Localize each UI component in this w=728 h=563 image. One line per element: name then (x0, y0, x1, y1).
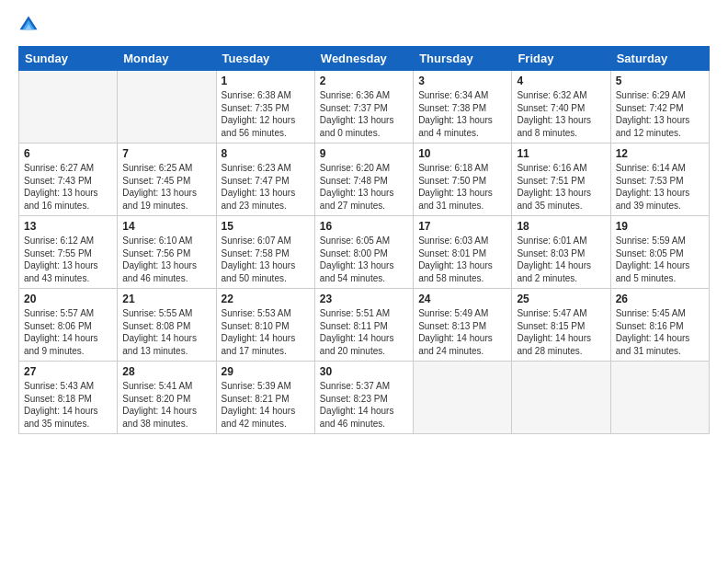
day-info: Sunrise: 5:39 AM Sunset: 8:21 PM Dayligh… (222, 380, 310, 430)
day-number: 16 (320, 220, 408, 233)
day-number: 28 (122, 365, 210, 378)
calendar-cell (414, 362, 512, 434)
day-number: 13 (24, 220, 112, 233)
day-number: 6 (24, 147, 112, 160)
day-number: 8 (222, 147, 310, 160)
calendar-cell: 28Sunrise: 5:41 AM Sunset: 8:20 PM Dayli… (118, 362, 216, 434)
calendar-week-row: 6Sunrise: 6:27 AM Sunset: 7:43 PM Daylig… (19, 144, 710, 216)
calendar-cell: 2Sunrise: 6:36 AM Sunset: 7:37 PM Daylig… (314, 71, 413, 144)
day-info: Sunrise: 6:34 AM Sunset: 7:38 PM Dayligh… (418, 89, 506, 139)
calendar-cell: 15Sunrise: 6:07 AM Sunset: 7:58 PM Dayli… (216, 216, 314, 289)
day-info: Sunrise: 6:03 AM Sunset: 8:01 PM Dayligh… (418, 235, 506, 284)
day-number: 17 (418, 220, 506, 233)
weekday-header: Monday (118, 47, 216, 71)
page: SundayMondayTuesdayWednesdayThursdayFrid… (0, 0, 728, 563)
calendar-week-row: 1Sunrise: 6:38 AM Sunset: 7:35 PM Daylig… (19, 71, 710, 144)
day-info: Sunrise: 6:38 AM Sunset: 7:35 PM Dayligh… (222, 89, 310, 139)
day-info: Sunrise: 5:47 AM Sunset: 8:15 PM Dayligh… (517, 307, 605, 357)
calendar-cell: 14Sunrise: 6:10 AM Sunset: 7:56 PM Dayli… (118, 216, 216, 289)
day-number: 10 (418, 147, 506, 160)
day-number: 20 (24, 293, 112, 305)
calendar-cell: 10Sunrise: 6:18 AM Sunset: 7:50 PM Dayli… (414, 144, 512, 216)
day-info: Sunrise: 6:29 AM Sunset: 7:42 PM Dayligh… (616, 89, 704, 139)
day-number: 24 (418, 293, 506, 305)
calendar-week-row: 27Sunrise: 5:43 AM Sunset: 8:18 PM Dayli… (19, 362, 710, 434)
day-info: Sunrise: 5:59 AM Sunset: 8:05 PM Dayligh… (616, 235, 704, 284)
day-info: Sunrise: 6:27 AM Sunset: 7:43 PM Dayligh… (24, 162, 112, 212)
calendar-cell: 27Sunrise: 5:43 AM Sunset: 8:18 PM Dayli… (19, 362, 118, 434)
day-number: 27 (24, 365, 112, 378)
calendar-cell: 1Sunrise: 6:38 AM Sunset: 7:35 PM Daylig… (216, 71, 314, 144)
day-info: Sunrise: 6:07 AM Sunset: 7:58 PM Dayligh… (222, 235, 310, 284)
day-number: 2 (320, 75, 408, 87)
day-info: Sunrise: 6:14 AM Sunset: 7:53 PM Dayligh… (616, 162, 704, 212)
day-number: 4 (517, 75, 605, 87)
day-info: Sunrise: 6:36 AM Sunset: 7:37 PM Dayligh… (320, 89, 408, 139)
calendar-cell: 9Sunrise: 6:20 AM Sunset: 7:48 PM Daylig… (314, 144, 413, 216)
calendar-cell: 4Sunrise: 6:32 AM Sunset: 7:40 PM Daylig… (512, 71, 610, 144)
day-info: Sunrise: 6:23 AM Sunset: 7:47 PM Dayligh… (222, 162, 310, 212)
calendar-cell (19, 71, 118, 144)
day-number: 26 (616, 293, 704, 305)
weekday-header: Tuesday (216, 47, 314, 71)
calendar-cell: 12Sunrise: 6:14 AM Sunset: 7:53 PM Dayli… (610, 144, 709, 216)
day-info: Sunrise: 5:41 AM Sunset: 8:20 PM Dayligh… (122, 380, 210, 430)
day-number: 18 (517, 220, 605, 233)
day-number: 9 (320, 147, 408, 160)
calendar-cell: 25Sunrise: 5:47 AM Sunset: 8:15 PM Dayli… (512, 289, 610, 362)
calendar-cell: 3Sunrise: 6:34 AM Sunset: 7:38 PM Daylig… (414, 71, 512, 144)
day-number: 11 (517, 147, 605, 160)
weekday-header: Thursday (414, 47, 512, 71)
day-info: Sunrise: 5:43 AM Sunset: 8:18 PM Dayligh… (24, 380, 112, 430)
day-number: 25 (517, 293, 605, 305)
calendar-cell: 23Sunrise: 5:51 AM Sunset: 8:11 PM Dayli… (314, 289, 413, 362)
day-number: 3 (418, 75, 506, 87)
calendar-cell: 30Sunrise: 5:37 AM Sunset: 8:23 PM Dayli… (314, 362, 413, 434)
calendar-table: SundayMondayTuesdayWednesdayThursdayFrid… (18, 46, 710, 434)
day-number: 30 (320, 365, 408, 378)
calendar-header-row: SundayMondayTuesdayWednesdayThursdayFrid… (19, 47, 710, 71)
calendar-cell (610, 362, 709, 434)
day-number: 7 (122, 147, 210, 160)
calendar-cell: 24Sunrise: 5:49 AM Sunset: 8:13 PM Dayli… (414, 289, 512, 362)
calendar-cell: 29Sunrise: 5:39 AM Sunset: 8:21 PM Dayli… (216, 362, 314, 434)
calendar-cell (118, 71, 216, 144)
calendar-cell: 19Sunrise: 5:59 AM Sunset: 8:05 PM Dayli… (610, 216, 709, 289)
day-info: Sunrise: 5:49 AM Sunset: 8:13 PM Dayligh… (418, 307, 506, 357)
weekday-header: Friday (512, 47, 610, 71)
day-number: 22 (222, 293, 310, 305)
calendar-week-row: 13Sunrise: 6:12 AM Sunset: 7:55 PM Dayli… (19, 216, 710, 289)
day-info: Sunrise: 5:53 AM Sunset: 8:10 PM Dayligh… (222, 307, 310, 357)
calendar-cell: 11Sunrise: 6:16 AM Sunset: 7:51 PM Dayli… (512, 144, 610, 216)
header (18, 17, 710, 37)
calendar-cell: 18Sunrise: 6:01 AM Sunset: 8:03 PM Dayli… (512, 216, 610, 289)
day-info: Sunrise: 6:10 AM Sunset: 7:56 PM Dayligh… (122, 235, 210, 284)
calendar-cell: 5Sunrise: 6:29 AM Sunset: 7:42 PM Daylig… (610, 71, 709, 144)
day-info: Sunrise: 6:25 AM Sunset: 7:45 PM Dayligh… (122, 162, 210, 212)
calendar-cell: 26Sunrise: 5:45 AM Sunset: 8:16 PM Dayli… (610, 289, 709, 362)
day-info: Sunrise: 5:55 AM Sunset: 8:08 PM Dayligh… (122, 307, 210, 357)
calendar-cell: 21Sunrise: 5:55 AM Sunset: 8:08 PM Dayli… (118, 289, 216, 362)
day-info: Sunrise: 6:12 AM Sunset: 7:55 PM Dayligh… (24, 235, 112, 284)
calendar-cell: 6Sunrise: 6:27 AM Sunset: 7:43 PM Daylig… (19, 144, 118, 216)
day-number: 1 (222, 75, 310, 87)
day-info: Sunrise: 5:45 AM Sunset: 8:16 PM Dayligh… (616, 307, 704, 357)
logo-icon (18, 15, 39, 35)
day-info: Sunrise: 6:20 AM Sunset: 7:48 PM Dayligh… (320, 162, 408, 212)
day-info: Sunrise: 6:01 AM Sunset: 8:03 PM Dayligh… (517, 235, 605, 284)
day-number: 14 (122, 220, 210, 233)
day-info: Sunrise: 6:32 AM Sunset: 7:40 PM Dayligh… (517, 89, 605, 139)
calendar-week-row: 20Sunrise: 5:57 AM Sunset: 8:06 PM Dayli… (19, 289, 710, 362)
day-info: Sunrise: 5:57 AM Sunset: 8:06 PM Dayligh… (24, 307, 112, 357)
weekday-header: Wednesday (314, 47, 413, 71)
day-info: Sunrise: 5:37 AM Sunset: 8:23 PM Dayligh… (320, 380, 408, 430)
calendar-cell: 7Sunrise: 6:25 AM Sunset: 7:45 PM Daylig… (118, 144, 216, 216)
day-number: 29 (222, 365, 310, 378)
day-number: 19 (616, 220, 704, 233)
day-number: 5 (616, 75, 704, 87)
calendar-cell: 8Sunrise: 6:23 AM Sunset: 7:47 PM Daylig… (216, 144, 314, 216)
calendar-cell: 16Sunrise: 6:05 AM Sunset: 8:00 PM Dayli… (314, 216, 413, 289)
day-info: Sunrise: 5:51 AM Sunset: 8:11 PM Dayligh… (320, 307, 408, 357)
day-number: 12 (616, 147, 704, 160)
day-info: Sunrise: 6:16 AM Sunset: 7:51 PM Dayligh… (517, 162, 605, 212)
